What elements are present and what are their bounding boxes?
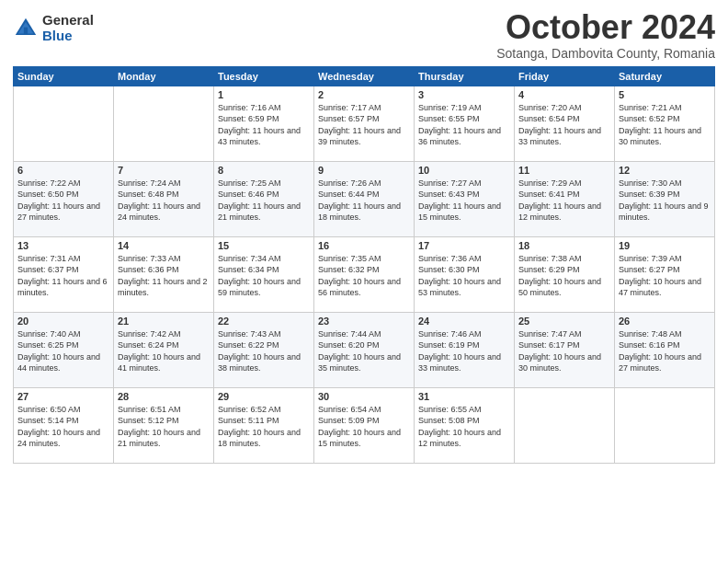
day-info: Sunrise: 7:47 AMSunset: 6:17 PMDaylight:… [518, 328, 610, 374]
logo: General Blue [13, 13, 94, 43]
calendar-cell-w5-d6 [515, 387, 615, 463]
calendar-cell-w4-d3: 22Sunrise: 7:43 AMSunset: 6:22 PMDayligh… [214, 312, 314, 387]
day-number: 22 [218, 316, 310, 327]
calendar-table: Sunday Monday Tuesday Wednesday Thursday… [13, 66, 715, 464]
calendar-cell-w2-d6: 11Sunrise: 7:29 AMSunset: 6:41 PMDayligh… [515, 161, 615, 236]
day-number: 26 [619, 316, 711, 327]
calendar-week-5: 27Sunrise: 6:50 AMSunset: 5:14 PMDayligh… [14, 387, 715, 463]
day-number: 6 [17, 165, 109, 176]
day-number: 28 [118, 391, 210, 402]
calendar-cell-w2-d7: 12Sunrise: 7:30 AMSunset: 6:39 PMDayligh… [615, 161, 715, 236]
calendar-cell-w3-d4: 16Sunrise: 7:35 AMSunset: 6:32 PMDayligh… [314, 236, 415, 312]
day-info: Sunrise: 7:48 AMSunset: 6:16 PMDaylight:… [619, 328, 711, 374]
day-info: Sunrise: 6:52 AMSunset: 5:11 PMDaylight:… [218, 404, 310, 450]
day-number: 31 [418, 391, 510, 402]
calendar-cell-w5-d5: 31Sunrise: 6:55 AMSunset: 5:08 PMDayligh… [415, 387, 515, 463]
calendar-cell-w2-d3: 8Sunrise: 7:25 AMSunset: 6:46 PMDaylight… [214, 161, 314, 236]
calendar-week-2: 6Sunrise: 7:22 AMSunset: 6:50 PMDaylight… [14, 161, 715, 236]
day-number: 16 [318, 240, 410, 251]
header-friday: Friday [515, 66, 615, 86]
day-info: Sunrise: 7:33 AMSunset: 6:36 PMDaylight:… [118, 253, 210, 299]
day-number: 19 [619, 240, 711, 251]
header-sunday: Sunday [14, 66, 114, 86]
day-info: Sunrise: 7:44 AMSunset: 6:20 PMDaylight:… [318, 328, 410, 374]
calendar-cell-w5-d3: 29Sunrise: 6:52 AMSunset: 5:11 PMDayligh… [214, 387, 314, 463]
calendar-cell-w5-d7 [615, 387, 715, 463]
day-number: 27 [17, 391, 109, 402]
day-info: Sunrise: 6:55 AMSunset: 5:08 PMDaylight:… [418, 404, 510, 450]
day-number: 14 [118, 240, 210, 251]
day-number: 3 [418, 89, 510, 100]
day-info: Sunrise: 7:36 AMSunset: 6:30 PMDaylight:… [418, 253, 510, 299]
calendar-cell-w3-d2: 14Sunrise: 7:33 AMSunset: 6:36 PMDayligh… [114, 236, 214, 312]
day-info: Sunrise: 7:22 AMSunset: 6:50 PMDaylight:… [17, 178, 109, 224]
calendar-cell-w3-d7: 19Sunrise: 7:39 AMSunset: 6:27 PMDayligh… [615, 236, 715, 312]
day-number: 18 [518, 240, 610, 251]
day-info: Sunrise: 7:29 AMSunset: 6:41 PMDaylight:… [518, 178, 610, 224]
day-info: Sunrise: 6:51 AMSunset: 5:12 PMDaylight:… [118, 404, 210, 450]
header-monday: Monday [114, 66, 214, 86]
day-info: Sunrise: 7:40 AMSunset: 6:25 PMDaylight:… [17, 328, 109, 374]
day-number: 11 [518, 165, 610, 176]
day-number: 25 [518, 316, 610, 327]
calendar-cell-w4-d4: 23Sunrise: 7:44 AMSunset: 6:20 PMDayligh… [314, 312, 415, 387]
logo-general: General [42, 13, 94, 29]
day-info: Sunrise: 7:35 AMSunset: 6:32 PMDaylight:… [318, 253, 410, 299]
day-number: 4 [518, 89, 610, 100]
logo-text: General Blue [42, 13, 94, 43]
calendar-cell-w3-d1: 13Sunrise: 7:31 AMSunset: 6:37 PMDayligh… [14, 236, 114, 312]
calendar-cell-w1-d2 [114, 86, 214, 161]
calendar-cell-w3-d3: 15Sunrise: 7:34 AMSunset: 6:34 PMDayligh… [214, 236, 314, 312]
header-wednesday: Wednesday [314, 66, 415, 86]
calendar-cell-w5-d4: 30Sunrise: 6:54 AMSunset: 5:09 PMDayligh… [314, 387, 415, 463]
calendar-cell-w1-d3: 1Sunrise: 7:16 AMSunset: 6:59 PMDaylight… [214, 86, 314, 161]
day-info: Sunrise: 7:17 AMSunset: 6:57 PMDaylight:… [318, 102, 410, 148]
day-info: Sunrise: 7:26 AMSunset: 6:44 PMDaylight:… [318, 178, 410, 224]
day-info: Sunrise: 7:30 AMSunset: 6:39 PMDaylight:… [619, 178, 711, 224]
header-tuesday: Tuesday [214, 66, 314, 86]
day-info: Sunrise: 7:38 AMSunset: 6:29 PMDaylight:… [518, 253, 610, 299]
day-number: 12 [619, 165, 711, 176]
calendar-cell-w4-d6: 25Sunrise: 7:47 AMSunset: 6:17 PMDayligh… [515, 312, 615, 387]
title-block: October 2024 Sotanga, Dambovita County, … [496, 9, 715, 61]
calendar-cell-w5-d2: 28Sunrise: 6:51 AMSunset: 5:12 PMDayligh… [114, 387, 214, 463]
calendar-cell-w2-d2: 7Sunrise: 7:24 AMSunset: 6:48 PMDaylight… [114, 161, 214, 236]
day-info: Sunrise: 7:46 AMSunset: 6:19 PMDaylight:… [418, 328, 510, 374]
day-number: 17 [418, 240, 510, 251]
calendar-cell-w4-d2: 21Sunrise: 7:42 AMSunset: 6:24 PMDayligh… [114, 312, 214, 387]
header-thursday: Thursday [415, 66, 515, 86]
location: Sotanga, Dambovita County, Romania [496, 46, 715, 61]
day-info: Sunrise: 6:50 AMSunset: 5:14 PMDaylight:… [17, 404, 109, 450]
calendar-cell-w1-d5: 3Sunrise: 7:19 AMSunset: 6:55 PMDaylight… [415, 86, 515, 161]
day-number: 24 [418, 316, 510, 327]
calendar-week-4: 20Sunrise: 7:40 AMSunset: 6:25 PMDayligh… [14, 312, 715, 387]
month-title: October 2024 [496, 9, 715, 46]
day-info: Sunrise: 7:42 AMSunset: 6:24 PMDaylight:… [118, 328, 210, 374]
logo-icon [13, 16, 39, 41]
day-info: Sunrise: 7:31 AMSunset: 6:37 PMDaylight:… [17, 253, 109, 299]
calendar-header-row: Sunday Monday Tuesday Wednesday Thursday… [14, 66, 715, 86]
day-number: 1 [218, 89, 310, 100]
day-number: 8 [218, 165, 310, 176]
calendar-cell-w2-d4: 9Sunrise: 7:26 AMSunset: 6:44 PMDaylight… [314, 161, 415, 236]
day-info: Sunrise: 7:24 AMSunset: 6:48 PMDaylight:… [118, 178, 210, 224]
day-number: 15 [218, 240, 310, 251]
day-number: 21 [118, 316, 210, 327]
day-number: 9 [318, 165, 410, 176]
day-info: Sunrise: 7:39 AMSunset: 6:27 PMDaylight:… [619, 253, 711, 299]
calendar-cell-w5-d1: 27Sunrise: 6:50 AMSunset: 5:14 PMDayligh… [14, 387, 114, 463]
day-info: Sunrise: 7:43 AMSunset: 6:22 PMDaylight:… [218, 328, 310, 374]
header-saturday: Saturday [615, 66, 715, 86]
svg-rect-2 [24, 27, 28, 34]
calendar-week-1: 1Sunrise: 7:16 AMSunset: 6:59 PMDaylight… [14, 86, 715, 161]
page: General Blue October 2024 Sotanga, Dambo… [0, 0, 728, 563]
day-info: Sunrise: 6:54 AMSunset: 5:09 PMDaylight:… [318, 404, 410, 450]
calendar-cell-w2-d5: 10Sunrise: 7:27 AMSunset: 6:43 PMDayligh… [415, 161, 515, 236]
day-number: 23 [318, 316, 410, 327]
header: General Blue October 2024 Sotanga, Dambo… [13, 9, 715, 61]
day-info: Sunrise: 7:21 AMSunset: 6:52 PMDaylight:… [619, 102, 711, 148]
calendar-cell-w4-d5: 24Sunrise: 7:46 AMSunset: 6:19 PMDayligh… [415, 312, 515, 387]
calendar-week-3: 13Sunrise: 7:31 AMSunset: 6:37 PMDayligh… [14, 236, 715, 312]
day-number: 7 [118, 165, 210, 176]
day-info: Sunrise: 7:25 AMSunset: 6:46 PMDaylight:… [218, 178, 310, 224]
